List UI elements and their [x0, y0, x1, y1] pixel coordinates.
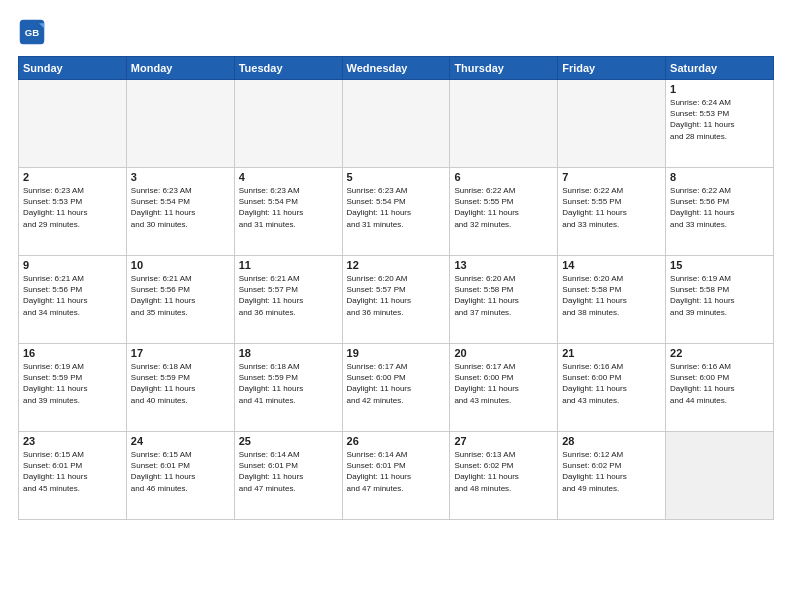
svg-text:GB: GB	[25, 27, 39, 38]
calendar-cell: 23Sunrise: 6:15 AM Sunset: 6:01 PM Dayli…	[19, 432, 127, 520]
calendar-cell: 4Sunrise: 6:23 AM Sunset: 5:54 PM Daylig…	[234, 168, 342, 256]
day-info: Sunrise: 6:22 AM Sunset: 5:56 PM Dayligh…	[670, 185, 769, 230]
calendar-cell	[234, 80, 342, 168]
week-row-2: 9Sunrise: 6:21 AM Sunset: 5:56 PM Daylig…	[19, 256, 774, 344]
day-info: Sunrise: 6:21 AM Sunset: 5:57 PM Dayligh…	[239, 273, 338, 318]
calendar-cell: 21Sunrise: 6:16 AM Sunset: 6:00 PM Dayli…	[558, 344, 666, 432]
day-info: Sunrise: 6:23 AM Sunset: 5:54 PM Dayligh…	[131, 185, 230, 230]
day-number: 1	[670, 83, 769, 95]
day-info: Sunrise: 6:12 AM Sunset: 6:02 PM Dayligh…	[562, 449, 661, 494]
col-header-wednesday: Wednesday	[342, 57, 450, 80]
day-info: Sunrise: 6:23 AM Sunset: 5:54 PM Dayligh…	[239, 185, 338, 230]
day-info: Sunrise: 6:23 AM Sunset: 5:53 PM Dayligh…	[23, 185, 122, 230]
col-header-tuesday: Tuesday	[234, 57, 342, 80]
day-info: Sunrise: 6:21 AM Sunset: 5:56 PM Dayligh…	[23, 273, 122, 318]
calendar-cell: 22Sunrise: 6:16 AM Sunset: 6:00 PM Dayli…	[666, 344, 774, 432]
day-info: Sunrise: 6:22 AM Sunset: 5:55 PM Dayligh…	[562, 185, 661, 230]
day-info: Sunrise: 6:22 AM Sunset: 5:55 PM Dayligh…	[454, 185, 553, 230]
calendar-cell: 20Sunrise: 6:17 AM Sunset: 6:00 PM Dayli…	[450, 344, 558, 432]
week-row-0: 1Sunrise: 6:24 AM Sunset: 5:53 PM Daylig…	[19, 80, 774, 168]
calendar-cell: 1Sunrise: 6:24 AM Sunset: 5:53 PM Daylig…	[666, 80, 774, 168]
day-info: Sunrise: 6:16 AM Sunset: 6:00 PM Dayligh…	[670, 361, 769, 406]
calendar-table: SundayMondayTuesdayWednesdayThursdayFrid…	[18, 56, 774, 520]
day-number: 13	[454, 259, 553, 271]
calendar-cell: 16Sunrise: 6:19 AM Sunset: 5:59 PM Dayli…	[19, 344, 127, 432]
day-info: Sunrise: 6:17 AM Sunset: 6:00 PM Dayligh…	[454, 361, 553, 406]
calendar-cell: 7Sunrise: 6:22 AM Sunset: 5:55 PM Daylig…	[558, 168, 666, 256]
day-info: Sunrise: 6:23 AM Sunset: 5:54 PM Dayligh…	[347, 185, 446, 230]
day-number: 21	[562, 347, 661, 359]
day-number: 11	[239, 259, 338, 271]
calendar-cell: 28Sunrise: 6:12 AM Sunset: 6:02 PM Dayli…	[558, 432, 666, 520]
week-row-4: 23Sunrise: 6:15 AM Sunset: 6:01 PM Dayli…	[19, 432, 774, 520]
day-number: 3	[131, 171, 230, 183]
page: GB SundayMondayTuesdayWednesdayThursdayF…	[0, 0, 792, 612]
calendar-cell	[450, 80, 558, 168]
day-number: 28	[562, 435, 661, 447]
calendar-cell: 2Sunrise: 6:23 AM Sunset: 5:53 PM Daylig…	[19, 168, 127, 256]
day-number: 17	[131, 347, 230, 359]
col-header-saturday: Saturday	[666, 57, 774, 80]
day-info: Sunrise: 6:20 AM Sunset: 5:58 PM Dayligh…	[562, 273, 661, 318]
calendar-cell: 5Sunrise: 6:23 AM Sunset: 5:54 PM Daylig…	[342, 168, 450, 256]
calendar-cell: 8Sunrise: 6:22 AM Sunset: 5:56 PM Daylig…	[666, 168, 774, 256]
calendar-cell	[558, 80, 666, 168]
week-row-1: 2Sunrise: 6:23 AM Sunset: 5:53 PM Daylig…	[19, 168, 774, 256]
day-info: Sunrise: 6:18 AM Sunset: 5:59 PM Dayligh…	[131, 361, 230, 406]
day-info: Sunrise: 6:15 AM Sunset: 6:01 PM Dayligh…	[23, 449, 122, 494]
day-info: Sunrise: 6:16 AM Sunset: 6:00 PM Dayligh…	[562, 361, 661, 406]
day-number: 8	[670, 171, 769, 183]
calendar-cell: 6Sunrise: 6:22 AM Sunset: 5:55 PM Daylig…	[450, 168, 558, 256]
day-info: Sunrise: 6:20 AM Sunset: 5:57 PM Dayligh…	[347, 273, 446, 318]
day-number: 15	[670, 259, 769, 271]
calendar-cell: 13Sunrise: 6:20 AM Sunset: 5:58 PM Dayli…	[450, 256, 558, 344]
calendar-cell: 25Sunrise: 6:14 AM Sunset: 6:01 PM Dayli…	[234, 432, 342, 520]
day-number: 5	[347, 171, 446, 183]
col-header-friday: Friday	[558, 57, 666, 80]
day-number: 24	[131, 435, 230, 447]
day-number: 26	[347, 435, 446, 447]
col-header-sunday: Sunday	[19, 57, 127, 80]
header-row: SundayMondayTuesdayWednesdayThursdayFrid…	[19, 57, 774, 80]
calendar-cell: 15Sunrise: 6:19 AM Sunset: 5:58 PM Dayli…	[666, 256, 774, 344]
calendar-cell: 17Sunrise: 6:18 AM Sunset: 5:59 PM Dayli…	[126, 344, 234, 432]
calendar-cell: 11Sunrise: 6:21 AM Sunset: 5:57 PM Dayli…	[234, 256, 342, 344]
day-number: 23	[23, 435, 122, 447]
logo: GB	[18, 18, 50, 46]
day-number: 4	[239, 171, 338, 183]
day-number: 20	[454, 347, 553, 359]
day-number: 6	[454, 171, 553, 183]
calendar-cell: 9Sunrise: 6:21 AM Sunset: 5:56 PM Daylig…	[19, 256, 127, 344]
header: GB	[18, 18, 774, 46]
day-info: Sunrise: 6:18 AM Sunset: 5:59 PM Dayligh…	[239, 361, 338, 406]
day-number: 12	[347, 259, 446, 271]
day-number: 9	[23, 259, 122, 271]
day-number: 7	[562, 171, 661, 183]
calendar-cell: 18Sunrise: 6:18 AM Sunset: 5:59 PM Dayli…	[234, 344, 342, 432]
logo-icon: GB	[18, 18, 46, 46]
calendar-cell: 26Sunrise: 6:14 AM Sunset: 6:01 PM Dayli…	[342, 432, 450, 520]
day-number: 18	[239, 347, 338, 359]
day-info: Sunrise: 6:19 AM Sunset: 5:59 PM Dayligh…	[23, 361, 122, 406]
day-info: Sunrise: 6:20 AM Sunset: 5:58 PM Dayligh…	[454, 273, 553, 318]
calendar-cell	[666, 432, 774, 520]
calendar-cell: 12Sunrise: 6:20 AM Sunset: 5:57 PM Dayli…	[342, 256, 450, 344]
calendar-cell: 19Sunrise: 6:17 AM Sunset: 6:00 PM Dayli…	[342, 344, 450, 432]
day-info: Sunrise: 6:19 AM Sunset: 5:58 PM Dayligh…	[670, 273, 769, 318]
day-info: Sunrise: 6:14 AM Sunset: 6:01 PM Dayligh…	[347, 449, 446, 494]
calendar-cell: 10Sunrise: 6:21 AM Sunset: 5:56 PM Dayli…	[126, 256, 234, 344]
calendar-cell: 3Sunrise: 6:23 AM Sunset: 5:54 PM Daylig…	[126, 168, 234, 256]
day-info: Sunrise: 6:21 AM Sunset: 5:56 PM Dayligh…	[131, 273, 230, 318]
calendar-cell: 24Sunrise: 6:15 AM Sunset: 6:01 PM Dayli…	[126, 432, 234, 520]
day-info: Sunrise: 6:13 AM Sunset: 6:02 PM Dayligh…	[454, 449, 553, 494]
calendar-cell	[126, 80, 234, 168]
day-info: Sunrise: 6:14 AM Sunset: 6:01 PM Dayligh…	[239, 449, 338, 494]
col-header-thursday: Thursday	[450, 57, 558, 80]
day-number: 25	[239, 435, 338, 447]
day-number: 10	[131, 259, 230, 271]
day-number: 27	[454, 435, 553, 447]
calendar-cell	[342, 80, 450, 168]
calendar-cell: 14Sunrise: 6:20 AM Sunset: 5:58 PM Dayli…	[558, 256, 666, 344]
calendar-cell: 27Sunrise: 6:13 AM Sunset: 6:02 PM Dayli…	[450, 432, 558, 520]
day-number: 14	[562, 259, 661, 271]
